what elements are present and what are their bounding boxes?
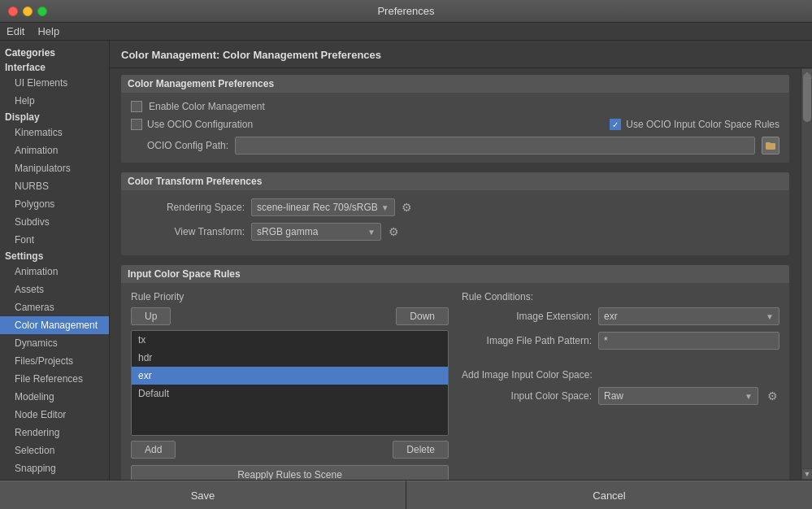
sidebar-item-modeling[interactable]: Modeling — [0, 388, 109, 406]
view-transform-controls: sRGB gamma ▼ ⚙ — [251, 223, 779, 241]
view-transform-value: sRGB gamma — [257, 226, 364, 237]
sidebar-item-subdivs[interactable]: Subdivs — [0, 213, 109, 231]
input-color-space-header: Input Color Space Rules — [121, 265, 789, 283]
ocio-path-input[interactable] — [235, 137, 755, 154]
scroll-thumb[interactable] — [803, 73, 811, 122]
input-cs-chevron-icon: ▼ — [745, 392, 753, 401]
image-file-path-row: Image File Path Pattern: — [462, 332, 779, 350]
maximize-button[interactable] — [37, 7, 47, 16]
sidebar-item-selection[interactable]: Selection — [0, 442, 109, 459]
down-button[interactable]: Down — [396, 307, 449, 325]
ocio-input-wrapper: Use OCIO Input Color Space Rules — [610, 119, 779, 130]
scroll-track: ▲ ▼ — [801, 68, 812, 480]
ocio-path-label: OCIO Config Path: — [147, 140, 228, 151]
ocio-config-checkbox[interactable] — [131, 119, 142, 130]
main-layout: Categories Interface UI Elements Help Di… — [0, 41, 812, 480]
input-color-space-dropdown[interactable]: Raw ▼ — [598, 387, 758, 405]
sidebar-item-rendering[interactable]: Rendering — [0, 424, 109, 442]
enable-cm-label: Enable Color Management — [149, 101, 265, 112]
list-item-hdr[interactable]: hdr — [132, 349, 448, 367]
enable-cm-checkbox[interactable] — [131, 101, 142, 112]
input-color-space-label: Input Color Space: — [462, 390, 592, 402]
up-button[interactable]: Up — [131, 307, 171, 325]
color-management-prefs-header: Color Management Preferences — [121, 75, 789, 93]
sidebar-item-manipulators[interactable]: Manipulators — [0, 159, 109, 177]
sidebar-item-dynamics[interactable]: Dynamics — [0, 334, 109, 352]
sidebar-item-interface[interactable]: Interface — [0, 60, 109, 74]
sidebar-item-polygons[interactable]: Polygons — [0, 195, 109, 213]
input-color-space-section: Input Color Space Rules Rule Priority Up… — [121, 265, 789, 480]
list-item-default[interactable]: Default — [132, 385, 448, 402]
folder-button[interactable] — [762, 137, 779, 154]
sidebar-item-file-references[interactable]: File References — [0, 370, 109, 388]
view-transform-row: View Transform: sRGB gamma ▼ ⚙ — [131, 223, 779, 241]
ocio-path-row: OCIO Config Path: — [131, 137, 779, 154]
view-transform-gear-icon[interactable]: ⚙ — [386, 224, 401, 239]
sidebar-item-files-projects[interactable]: Files/Projects — [0, 352, 109, 370]
rendering-space-gear-icon[interactable]: ⚙ — [400, 200, 415, 215]
sidebar-item-sound[interactable]: Sound — [0, 477, 109, 480]
sidebar-item-animation2[interactable]: Animation — [0, 263, 109, 281]
sidebar-item-node-editor[interactable]: Node Editor — [0, 406, 109, 424]
sidebar-item-display[interactable]: Display — [0, 110, 109, 124]
rule-conditions-panel: Rule Conditions: Image Extension: exr ▼ — [462, 291, 779, 480]
rendering-space-dropdown[interactable]: scene-linear Rec 709/sRGB ▼ — [251, 198, 395, 216]
add-delete-row: Add Delete — [131, 441, 449, 459]
sidebar-item-nurbs[interactable]: NURBS — [0, 177, 109, 195]
reapply-button[interactable]: Reapply Rules to Scene — [131, 465, 449, 480]
scroll-down-arrow[interactable]: ▼ — [801, 468, 812, 480]
input-color-space-value: Raw — [604, 390, 741, 402]
sidebar: Categories Interface UI Elements Help Di… — [0, 41, 110, 480]
sidebar-item-settings[interactable]: Settings — [0, 249, 109, 263]
titlebar: Preferences — [0, 0, 812, 23]
sidebar-item-color-management[interactable]: Color Management — [0, 316, 109, 334]
save-button[interactable]: Save — [0, 481, 406, 509]
menu-help[interactable]: Help — [37, 25, 59, 37]
rendering-space-row: Rendering Space: scene-linear Rec 709/sR… — [131, 198, 779, 216]
menu-edit[interactable]: Edit — [7, 25, 24, 37]
input-color-space-body: Rule Priority Up Down tx hdr exr Default — [121, 283, 789, 480]
enable-cm-row: Enable Color Management — [131, 101, 779, 112]
content-area: Color Management: Color Management Prefe… — [110, 41, 812, 480]
image-file-path-input[interactable] — [598, 332, 779, 350]
rule-conditions-label: Rule Conditions: — [462, 291, 779, 302]
ocio-config-label: Use OCIO Configuration — [147, 119, 253, 130]
delete-button[interactable]: Delete — [393, 441, 449, 459]
sidebar-item-font[interactable]: Font — [0, 231, 109, 249]
image-extension-value: exr — [604, 311, 762, 322]
input-color-space-row: Input Color Space: Raw ▼ ⚙ — [462, 387, 779, 405]
add-button[interactable]: Add — [131, 441, 176, 459]
ocio-input-checkbox[interactable] — [610, 119, 621, 130]
list-item-tx[interactable]: tx — [132, 331, 448, 349]
image-extension-dropdown[interactable]: exr ▼ — [598, 307, 779, 325]
up-down-row: Up Down — [131, 307, 449, 325]
sidebar-item-kinematics[interactable]: Kinematics — [0, 124, 109, 141]
close-button[interactable] — [8, 7, 18, 16]
add-image-input-row: Add Image Input Color Space: — [462, 369, 779, 381]
view-transform-chevron-icon: ▼ — [367, 228, 376, 237]
input-cs-gear-icon[interactable]: ⚙ — [765, 389, 779, 403]
minimize-button[interactable] — [23, 7, 33, 16]
rendering-space-value: scene-linear Rec 709/sRGB — [257, 202, 378, 213]
sidebar-item-snapping[interactable]: Snapping — [0, 459, 109, 477]
sidebar-item-assets[interactable]: Assets — [0, 281, 109, 298]
sidebar-item-cameras[interactable]: Cameras — [0, 298, 109, 316]
traffic-lights — [8, 7, 47, 16]
image-extension-label: Image Extension: — [462, 311, 592, 322]
sidebar-item-animation[interactable]: Animation — [0, 141, 109, 159]
spacer — [462, 356, 779, 369]
rule-priority-panel: Rule Priority Up Down tx hdr exr Default — [131, 291, 449, 480]
color-transform-prefs-body: Rendering Space: scene-linear Rec 709/sR… — [121, 190, 789, 255]
input-color-space-panels: Rule Priority Up Down tx hdr exr Default — [131, 291, 779, 480]
bottom-bar: Save Cancel — [0, 480, 812, 509]
window-title: Preferences — [377, 5, 434, 17]
sidebar-item-ui-elements[interactable]: UI Elements — [0, 74, 109, 92]
chevron-down-icon: ▼ — [381, 203, 389, 212]
rendering-space-controls: scene-linear Rec 709/sRGB ▼ ⚙ — [251, 198, 779, 216]
sidebar-item-help[interactable]: Help — [0, 92, 109, 110]
cancel-button[interactable]: Cancel — [406, 481, 812, 509]
rendering-space-label: Rendering Space: — [131, 202, 245, 213]
add-image-input-label: Add Image Input Color Space: — [462, 369, 593, 381]
view-transform-dropdown[interactable]: sRGB gamma ▼ — [251, 223, 381, 241]
list-item-exr[interactable]: exr — [132, 367, 448, 385]
